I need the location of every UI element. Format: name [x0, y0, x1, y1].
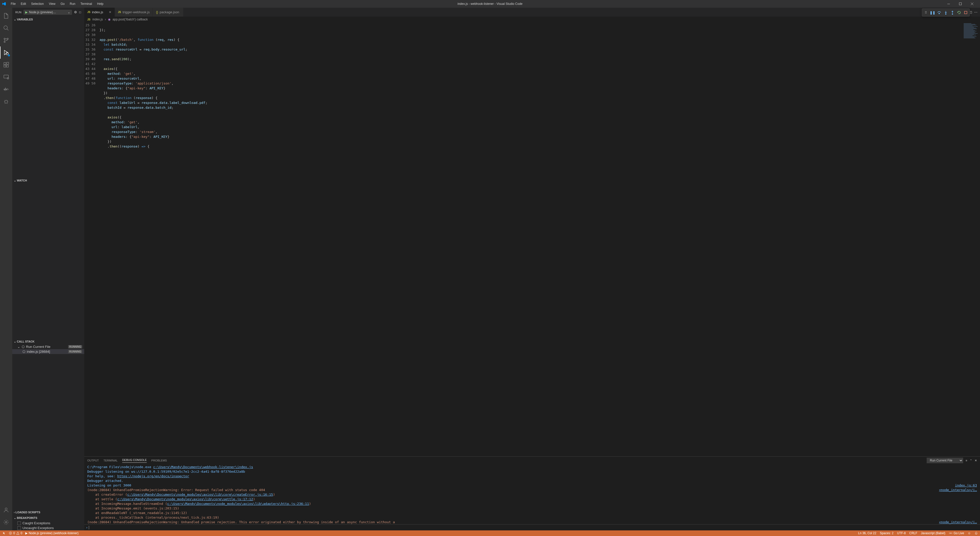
- variables-header[interactable]: ⌄ Variables: [12, 17, 84, 22]
- svg-rect-9: [6, 65, 8, 67]
- language-mode[interactable]: Javascript (Babel): [921, 531, 945, 535]
- menu-edit[interactable]: Edit: [19, 1, 28, 6]
- tab-problems[interactable]: Problems: [151, 459, 167, 462]
- minimap[interactable]: [959, 22, 980, 456]
- maximize-button[interactable]: [955, 0, 966, 8]
- vscode-icon: [2, 2, 6, 6]
- svg-rect-10: [6, 62, 9, 64]
- json-icon: {}: [156, 11, 158, 14]
- pause-icon[interactable]: ❚❚: [929, 9, 936, 16]
- docker-icon[interactable]: [0, 83, 12, 95]
- js-icon: JS: [118, 11, 121, 14]
- source-link[interactable]: <node_internals>/i…: [939, 488, 977, 492]
- checkbox[interactable]: [18, 526, 21, 530]
- debug-console-input[interactable]: ›: [84, 524, 980, 530]
- extensions-icon[interactable]: [0, 59, 12, 71]
- menu-help[interactable]: Help: [95, 1, 106, 6]
- menu-file[interactable]: File: [9, 1, 18, 6]
- indentation[interactable]: Spaces: 2: [880, 531, 894, 535]
- debug-status[interactable]: ▶ Node.js (preview) (webhook-listener): [25, 531, 78, 535]
- problems-status[interactable]: 0 0: [9, 531, 22, 535]
- bell-icon[interactable]: [974, 531, 978, 535]
- remote-icon[interactable]: [0, 71, 12, 83]
- activity-bar: [0, 8, 12, 530]
- close-panel-icon[interactable]: ✕: [975, 459, 977, 462]
- svg-point-21: [945, 14, 946, 14]
- close-icon[interactable]: ✕: [109, 10, 111, 14]
- clear-icon[interactable]: ≡: [966, 459, 967, 462]
- menu-selection[interactable]: Selection: [29, 1, 46, 6]
- svg-point-3: [4, 38, 5, 40]
- run-debug-icon[interactable]: [0, 46, 12, 59]
- step-into-icon[interactable]: [942, 9, 949, 16]
- breadcrumbs[interactable]: JS index.js › ◉ app.post('/batch') callb…: [84, 17, 980, 22]
- source-link[interactable]: <node_internals>/i…: [939, 520, 977, 524]
- breakpoints-header[interactable]: ⌄ Breakpoints: [12, 515, 84, 521]
- debug-filter-dropdown[interactable]: Run Current File: [927, 458, 963, 463]
- menu-view[interactable]: View: [47, 1, 57, 6]
- stop-icon[interactable]: [963, 9, 969, 16]
- go-live[interactable]: Go Live: [949, 531, 964, 535]
- settings-icon[interactable]: [0, 516, 12, 528]
- tab-bar: JS index.js ✕ JS trigger-webhook.js {} p…: [84, 8, 980, 17]
- loaded-scripts-header[interactable]: › Loaded Scripts: [12, 509, 84, 515]
- url-link[interactable]: https://nodejs.org/en/docs/inspector: [117, 474, 189, 478]
- search-icon[interactable]: [0, 22, 12, 34]
- run-config-label: Node.js (preview)…: [29, 11, 56, 14]
- remote-status[interactable]: [2, 531, 6, 535]
- step-over-icon[interactable]: [936, 9, 942, 16]
- status-bar: 0 0 ▶ Node.js (preview) (webhook-listene…: [0, 530, 980, 536]
- chevron-right-icon: ›: [86, 525, 87, 530]
- debug-toolbar: ⠿ ❚❚: [922, 8, 970, 17]
- tab-index-js[interactable]: JS index.js ✕: [84, 8, 115, 17]
- gear-icon[interactable]: ⚙: [74, 10, 77, 14]
- svg-point-2: [4, 26, 7, 29]
- caught-exceptions[interactable]: Caught Exceptions: [12, 521, 84, 525]
- source-link[interactable]: index.js:63: [955, 483, 977, 488]
- menu-go[interactable]: Go: [59, 1, 67, 6]
- svg-rect-16: [5, 88, 6, 89]
- collapse-icon[interactable]: ⌃: [970, 459, 972, 462]
- checkbox[interactable]: [18, 522, 21, 525]
- close-button[interactable]: [966, 0, 978, 8]
- svg-rect-0: [947, 4, 950, 4]
- restart-icon[interactable]: [956, 9, 963, 16]
- tab-output[interactable]: Output: [87, 459, 99, 462]
- eol[interactable]: CRLF: [909, 531, 917, 535]
- file-link[interactable]: c:\Users\Mandy\Documents\node_modules\ax…: [167, 502, 309, 506]
- method-icon: ◉: [108, 17, 110, 21]
- code-editor[interactable]: }); app.post('/batch', function (req, re…: [100, 22, 959, 456]
- drag-handle-icon[interactable]: ⠿: [923, 9, 929, 16]
- explorer-icon[interactable]: [0, 10, 12, 22]
- callstack-header[interactable]: ⌄ Call Stack: [12, 339, 84, 344]
- chevron-down-icon: ⌄: [18, 345, 20, 349]
- more-icon[interactable]: ⋯: [974, 10, 977, 14]
- encoding[interactable]: UTF-8: [897, 531, 906, 535]
- feedback-icon[interactable]: ☺: [968, 531, 971, 535]
- tab-trigger-webhook[interactable]: JS trigger-webhook.js: [115, 8, 153, 17]
- step-out-icon[interactable]: [949, 9, 956, 16]
- svg-rect-7: [4, 62, 6, 65]
- menu-terminal[interactable]: Terminal: [78, 1, 94, 6]
- svg-point-22: [952, 14, 953, 14]
- run-config-dropdown[interactable]: ▶ Node.js (preview)… ⌄: [24, 10, 72, 15]
- tab-package-json[interactable]: {} package.json: [153, 8, 183, 17]
- file-link[interactable]: c:\Users\Mandy\Documents\node_modules\ax…: [127, 493, 273, 496]
- accounts-icon[interactable]: [0, 504, 12, 516]
- callstack-child[interactable]: ⬡ index.js [28684] Running: [12, 349, 84, 354]
- svg-point-25: [950, 533, 951, 534]
- debug-console-icon[interactable]: ⏍: [79, 10, 81, 14]
- bug-icon[interactable]: [0, 95, 12, 108]
- uncaught-exceptions[interactable]: Uncaught Exceptions: [12, 525, 84, 530]
- debug-console-output[interactable]: C:\Program Files\nodejs\node.exe c:\User…: [84, 464, 980, 524]
- callstack-root[interactable]: ⌄ ⬡ Run Current File Running: [12, 344, 84, 349]
- tab-debug-console[interactable]: Debug Console: [122, 458, 147, 463]
- tab-terminal[interactable]: Terminal: [103, 459, 118, 462]
- file-link[interactable]: c:\Users\Mandy\Documents\webhook-listene…: [153, 465, 253, 469]
- source-control-icon[interactable]: [0, 34, 12, 46]
- minimize-button[interactable]: [943, 0, 955, 8]
- cursor-position[interactable]: Ln 36, Col 22: [858, 531, 876, 535]
- menu-run[interactable]: Run: [68, 1, 77, 6]
- watch-header[interactable]: ⌄ Watch: [12, 178, 84, 183]
- file-link[interactable]: c:\Users\Mandy\Documents\node_modules\ax…: [117, 497, 253, 501]
